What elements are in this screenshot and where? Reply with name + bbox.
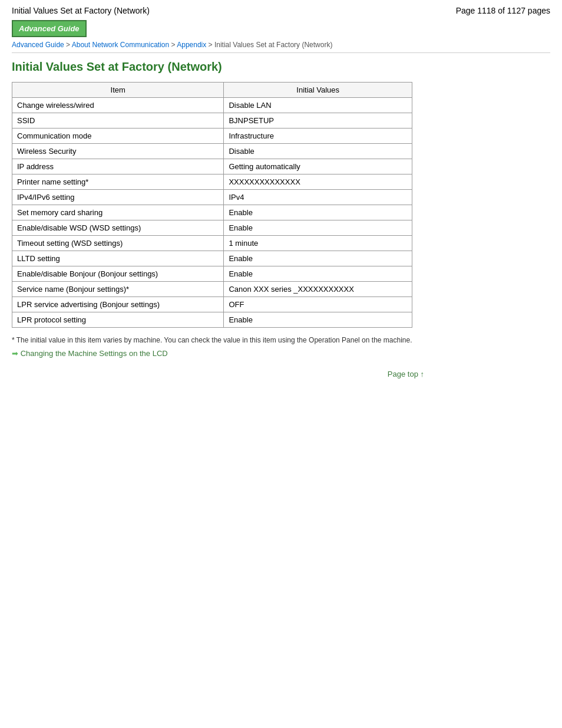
table-row: IPv4/IPv6 settingIPv4 <box>12 190 412 205</box>
breadcrumb-sep-1: > <box>66 41 72 49</box>
table-cell-value: XXXXXXXXXXXXXX <box>224 174 412 190</box>
table-cell-item: Enable/disable WSD (WSD settings) <box>12 220 224 236</box>
table-cell-item: Service name (Bonjour settings)* <box>12 282 224 297</box>
table-cell-value: Disable LAN <box>224 98 412 113</box>
table-row: Set memory card sharingEnable <box>12 205 412 220</box>
initial-values-table: Item Initial Values Change wireless/wire… <box>12 82 412 328</box>
table-cell-value: Canon XXX series _XXXXXXXXXXX <box>224 282 412 297</box>
breadcrumb-current: Initial Values Set at Factory (Network) <box>214 41 333 49</box>
table-row: LPR service advertising (Bonjour setting… <box>12 297 412 312</box>
advanced-guide-banner: Advanced Guide <box>12 20 87 37</box>
breadcrumb: Advanced Guide > About Network Communica… <box>12 41 550 53</box>
page-top-link[interactable]: Page top ↑ <box>388 370 424 378</box>
table-row: Printer name setting*XXXXXXXXXXXXXX <box>12 174 412 190</box>
table-cell-value: Enable <box>224 220 412 236</box>
table-row: Enable/disable WSD (WSD settings)Enable <box>12 220 412 236</box>
breadcrumb-link-appendix[interactable]: Appendix <box>177 41 206 49</box>
table-cell-item: Set memory card sharing <box>12 205 224 220</box>
breadcrumb-sep-2: > <box>171 41 177 49</box>
table-cell-value: Disable <box>224 144 412 159</box>
table-cell-item: LLTD setting <box>12 251 224 266</box>
page-number: Page 1118 of 1127 pages <box>456 6 550 15</box>
table-cell-value: Enable <box>224 266 412 282</box>
table-cell-item: IPv4/IPv6 setting <box>12 190 224 205</box>
breadcrumb-sep-3: > <box>209 41 214 49</box>
table-row: Enable/disable Bonjour (Bonjour settings… <box>12 266 412 282</box>
table-row: LLTD settingEnable <box>12 251 412 266</box>
table-cell-item: LPR protocol setting <box>12 312 224 328</box>
col-header-item: Item <box>12 83 224 98</box>
table-cell-value: OFF <box>224 297 412 312</box>
table-cell-value: Getting automatically <box>224 159 412 174</box>
table-cell-item: Change wireless/wired <box>12 98 224 113</box>
table-row: LPR protocol settingEnable <box>12 312 412 328</box>
table-header-row: Item Initial Values <box>12 83 412 98</box>
table-cell-item: LPR service advertising (Bonjour setting… <box>12 297 224 312</box>
table-cell-item: Timeout setting (WSD settings) <box>12 236 224 251</box>
banner-label: Advanced Guide <box>19 24 80 33</box>
table-cell-item: Communication mode <box>12 129 224 144</box>
col-header-initial-values: Initial Values <box>224 83 412 98</box>
page-title-main: Initial Values Set at Factory (Network) <box>12 6 150 15</box>
table-cell-item: IP address <box>12 159 224 174</box>
page-top-container: Page top ↑ <box>12 370 424 378</box>
table-row: IP addressGetting automatically <box>12 159 412 174</box>
table-cell-value: Enable <box>224 312 412 328</box>
table-row: Wireless SecurityDisable <box>12 144 412 159</box>
table-row: Change wireless/wiredDisable LAN <box>12 98 412 113</box>
table-cell-item: Wireless Security <box>12 144 224 159</box>
breadcrumb-link-advanced-guide[interactable]: Advanced Guide <box>12 41 64 49</box>
footnote: * The initial value in this item varies … <box>12 335 424 345</box>
table-cell-value: Infrastructure <box>224 129 412 144</box>
table-cell-value: BJNPSETUP <box>224 113 412 129</box>
breadcrumb-link-about-network[interactable]: About Network Communication <box>72 41 169 49</box>
table-cell-value: 1 minute <box>224 236 412 251</box>
table-row: SSIDBJNPSETUP <box>12 113 412 129</box>
section-title: Initial Values Set at Factory (Network) <box>12 60 550 74</box>
table-cell-item: Enable/disable Bonjour (Bonjour settings… <box>12 266 224 282</box>
table-cell-value: Enable <box>224 251 412 266</box>
table-row: Timeout setting (WSD settings)1 minute <box>12 236 412 251</box>
header-row: Initial Values Set at Factory (Network) … <box>12 6 550 15</box>
table-row: Communication modeInfrastructure <box>12 129 412 144</box>
table-cell-item: Printer name setting* <box>12 174 224 190</box>
machine-settings-link[interactable]: Changing the Machine Settings on the LCD <box>12 349 168 358</box>
table-cell-value: IPv4 <box>224 190 412 205</box>
table-cell-value: Enable <box>224 205 412 220</box>
table-cell-item: SSID <box>12 113 224 129</box>
table-row: Service name (Bonjour settings)*Canon XX… <box>12 282 412 297</box>
